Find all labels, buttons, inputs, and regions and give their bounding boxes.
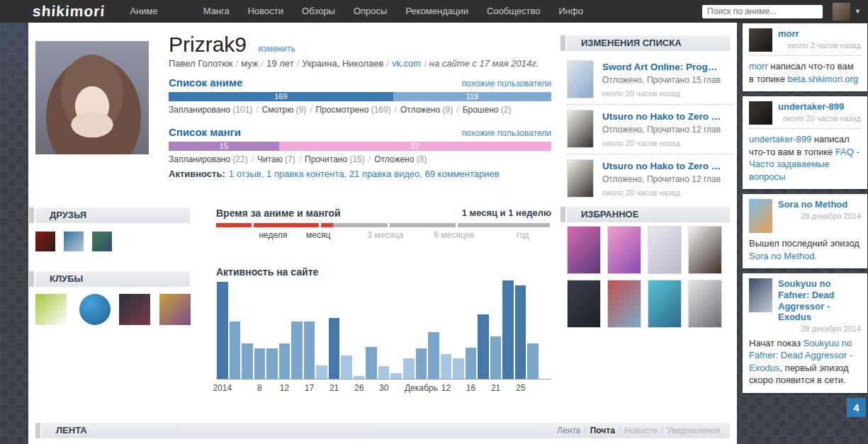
stat-count: (8) [417,154,427,164]
friend-3-avatar[interactable] [92,232,112,251]
manga-stats: Запланировано (22)/Читаю (7)/Прочитано (… [169,154,551,164]
manga-cover-thumbnail[interactable] [567,159,594,198]
anime-stat-0[interactable]: Запланировано (101) [169,105,252,115]
club-icon-anime-art[interactable] [119,294,150,325]
favorite-2-cover[interactable] [607,226,641,274]
manga-list-title[interactable]: Список манги [169,126,241,138]
club-icon-android[interactable] [35,294,67,325]
stat-label: Просмотрено [316,105,371,115]
favorite-7-cover[interactable] [648,280,682,328]
list-change-text: Utsuro no Hako to Zero …Отложено, Прочит… [602,159,721,198]
profile-avatar[interactable] [35,41,149,154]
chevron-down-icon[interactable]: ▼ [855,8,861,15]
anime-stat-2[interactable]: Просмотрено (169) [316,105,391,115]
time-segment-0 [216,223,252,227]
notification-source-link[interactable]: morr [778,28,861,40]
favorite-6-cover[interactable] [607,280,641,328]
nav-item-6[interactable]: Сообщество [478,0,550,23]
favorite-5-cover[interactable] [567,280,601,328]
notification-source-link[interactable]: undertaker-899 [778,101,861,113]
notification-card-1[interactable]: undertaker-899около 20 часов назадundert… [743,96,867,189]
notification-body-link[interactable]: beta.shkimori.org [788,74,859,84]
favorite-8-cover[interactable] [688,280,722,328]
list-change-item[interactable]: Utsuro no Hako to Zero …Отложено, Прочит… [567,105,733,154]
manga-similar-users-link[interactable]: похожие пользователи [462,128,551,138]
list-change-item[interactable]: Sword Art Online: Prog…Отложено, Прочита… [567,55,733,105]
feed-tab-separator: / [658,426,667,436]
feed-tab-почта[interactable]: Почта [590,426,615,436]
list-change-title[interactable]: Utsuro no Hako to Zero … [602,111,721,122]
notification-body-link[interactable]: undertaker-899 [749,134,811,144]
manga-stat-3[interactable]: Отложено (8) [374,154,427,164]
notification-card-0[interactable]: morrоколо 2 часов назадmorr написал что-… [743,23,867,91]
friend-2-avatar[interactable] [64,232,84,251]
manga-cover-thumbnail[interactable] [567,110,594,148]
manga-stat-1[interactable]: Читаю (7) [257,154,295,164]
info-separator: / [233,58,242,69]
manga-cover-thumbnail[interactable] [567,60,594,98]
notification-card-2[interactable]: Sora no Method28 декабря 2014Вышел после… [743,194,867,268]
activity-link-3[interactable]: 69 комментариев [425,169,500,179]
favorite-1-cover[interactable] [567,226,601,274]
nav-item-1[interactable]: Манга [194,0,239,23]
nav-item-0[interactable]: Аниме [120,0,167,23]
nav-item-7[interactable]: Инфо [549,0,592,23]
nav-item-3[interactable]: Обзоры [293,0,344,23]
notification-card-3[interactable]: Soukyuu no Fafner: Dead Aggressor - Exod… [743,273,867,393]
activity-bar-22 [478,314,489,379]
nav-item-2[interactable]: Новости [239,0,293,23]
list-change-title[interactable]: Utsuro no Hako to Zero … [602,161,721,171]
chart-x-label-5: 26 [354,383,363,393]
stat-count: (2) [501,105,512,115]
feed-tab-новости[interactable]: Новости [624,426,657,436]
edit-profile-link[interactable]: изменить [258,44,295,54]
notification-divider [749,55,861,56]
notification-user-avatar[interactable] [749,101,772,125]
notification-body: Вышел последний эпизод Sora no Method. [749,237,861,262]
list-change-item[interactable]: Utsuro no Hako to Zero …Отложено, Прочит… [567,154,733,203]
unread-count-badge[interactable]: 4 [847,398,866,417]
notification-body-link[interactable]: morr [749,61,768,72]
anime-stat-3[interactable]: Отложено (9) [400,105,453,115]
list-change-title[interactable]: Sword Art Online: Prog… [602,62,721,72]
stats-separator: / [453,105,462,115]
list-changes: Sword Art Online: Prog…Отложено, Прочита… [567,55,733,203]
stat-label: Отложено [400,105,443,115]
activity-link-2[interactable]: 21 правка видео [349,169,420,179]
friend-1-avatar[interactable] [35,232,55,251]
nav-item-5[interactable]: Рекомендации [396,0,478,23]
favorites-header: ИЗБРАННОЕ [567,207,730,222]
main-menu: АнимеМангаНовостиОбзорыОпросыРекомендаци… [120,0,592,23]
time-tick-label-4: год [517,230,529,240]
anime-stat-1[interactable]: Смотрю (9) [262,105,307,115]
notification-source-link[interactable]: Sora no Method [778,199,861,210]
club-icon-gamepad[interactable] [79,294,111,325]
favorite-4-cover[interactable] [688,226,722,274]
notification-cover[interactable] [749,278,772,312]
manga-stat-0[interactable]: Запланировано (22) [169,154,248,164]
notification-cover[interactable] [749,199,772,233]
anime-stat-4[interactable]: Брошено (2) [463,105,512,115]
feed-tabs: Лента/Почта/Новости/Уведомления [557,423,720,438]
search-input[interactable] [702,5,823,18]
nav-item-4[interactable]: Опросы [344,0,396,23]
anime-similar-users-link[interactable]: похожие пользователи [462,79,551,89]
notification-body-link[interactable]: Sora no Method. [749,251,817,261]
feed-tab-лента[interactable]: Лента [557,426,580,436]
time-segment-fill [216,223,252,227]
activity-link-1[interactable]: 1 правка контента [266,169,344,179]
activity-label: Активность: [169,169,225,179]
activity-link-0[interactable]: 1 отзыв [229,169,261,179]
site-logo[interactable]: shikimori [32,3,106,20]
club-icon-collage[interactable] [159,294,191,325]
anime-list-title[interactable]: Список аниме [169,76,242,89]
favorite-3-cover[interactable] [648,226,682,274]
manga-stat-2[interactable]: Прочитано (15) [305,154,365,164]
profile-info-4[interactable]: vk.com [392,58,421,69]
info-separator: / [259,58,267,69]
user-avatar[interactable] [833,3,850,21]
notification-user-avatar[interactable] [749,28,772,52]
feed-tab-уведомления[interactable]: Уведомления [667,426,720,436]
notification-source-link[interactable]: Soukyuu no Fafner: Dead Aggressor - Exod… [778,278,861,322]
activity-bar-8 [304,321,315,379]
